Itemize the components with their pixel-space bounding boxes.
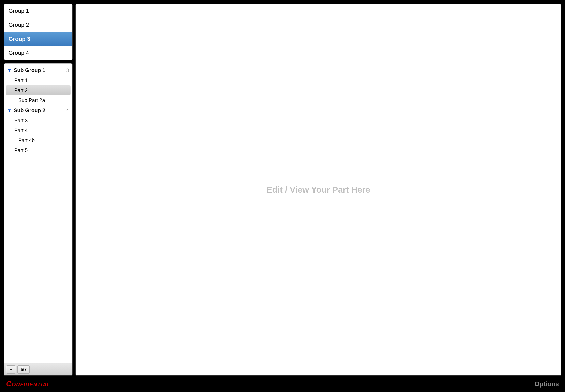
tree-item-part4[interactable]: Part 4: [4, 126, 72, 136]
triangle-icon-2: ▼: [7, 108, 12, 113]
left-panel: Group 1 Group 2 Group 3 Group 4 ▼ Sub Gr…: [4, 4, 73, 376]
confidential-label: Confidential: [6, 380, 50, 388]
group-list-box: Group 1 Group 2 Group 3 Group 4: [4, 4, 73, 60]
group-item-1[interactable]: Group 1: [4, 4, 72, 18]
subgroup-header-1[interactable]: ▼ Sub Group 1 3: [4, 65, 72, 75]
footer: Confidential Options: [0, 376, 565, 392]
add-button[interactable]: +: [6, 365, 16, 374]
tree-item-part1[interactable]: Part 1: [4, 75, 72, 85]
right-panel: Edit / View Your Part Here: [75, 4, 561, 376]
subgroup-header-2[interactable]: ▼ Sub Group 2 4: [4, 105, 72, 116]
add-icon: +: [10, 367, 12, 372]
tree-item-subpart2a[interactable]: Sub Part 2a: [4, 95, 72, 105]
placeholder-text: Edit / View Your Part Here: [267, 185, 370, 195]
gear-icon: ⚙▾: [20, 367, 27, 372]
tree-content: ▼ Sub Group 1 3 Part 1 Part 2 Sub Part 2…: [4, 63, 72, 363]
options-label[interactable]: Options: [534, 380, 559, 388]
gear-button[interactable]: ⚙▾: [17, 365, 30, 374]
subgroup-label-2: Sub Group 2: [14, 107, 45, 113]
triangle-icon-1: ▼: [7, 68, 12, 73]
tree-box: ▼ Sub Group 1 3 Part 1 Part 2 Sub Part 2…: [4, 63, 73, 376]
tree-item-part5[interactable]: Part 5: [4, 145, 72, 155]
subgroup-label-1: Sub Group 1: [14, 67, 45, 73]
tree-item-part2[interactable]: Part 2: [6, 85, 70, 95]
group-item-2[interactable]: Group 2: [4, 18, 72, 32]
main-area: Group 1 Group 2 Group 3 Group 4 ▼ Sub Gr…: [0, 0, 565, 376]
tree-item-part3[interactable]: Part 3: [4, 116, 72, 126]
group-item-3[interactable]: Group 3: [4, 32, 72, 46]
subgroup-count-2: 4: [66, 108, 69, 113]
tree-item-part4b[interactable]: Part 4b: [4, 136, 72, 145]
tree-toolbar: + ⚙▾: [4, 363, 72, 375]
subgroup-count-1: 3: [66, 68, 69, 73]
group-item-4[interactable]: Group 4: [4, 46, 72, 60]
